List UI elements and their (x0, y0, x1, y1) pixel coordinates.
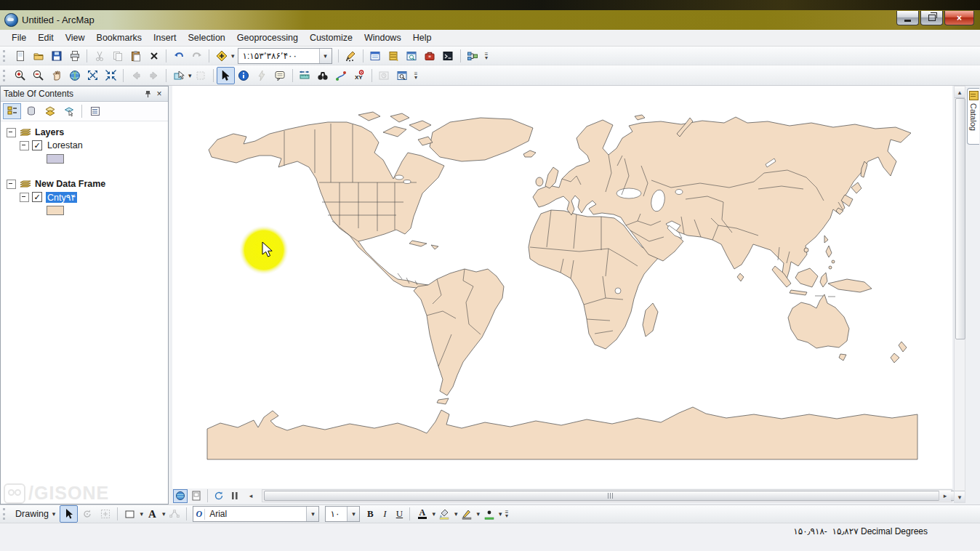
clear-selection-button[interactable] (192, 67, 210, 84)
back-extent-button[interactable] (126, 67, 145, 84)
list-by-drawing-order-button[interactable] (3, 103, 21, 119)
select-elements-button[interactable] (217, 67, 235, 84)
data-frame-name[interactable]: New Data Frame (35, 179, 105, 189)
editor-toolbar-button[interactable] (342, 47, 360, 65)
line-color-button[interactable] (458, 505, 476, 523)
zoom-to-selected-button[interactable] (96, 505, 114, 523)
data-frame-row[interactable]: Layers (1, 126, 168, 139)
zoom-in-button[interactable] (11, 67, 29, 84)
toolbar-grip[interactable] (3, 508, 7, 520)
scale-combobox[interactable]: ۱:۱۵۳٬۳۸۶٬۴۰۰ ▾ (238, 48, 332, 64)
time-slider-button[interactable] (375, 67, 393, 84)
redo-button[interactable] (188, 47, 206, 65)
underline-button[interactable]: U (392, 507, 406, 521)
forward-extent-button[interactable] (145, 67, 163, 84)
hyperlink-button[interactable] (253, 67, 271, 84)
vertical-scroll-thumb[interactable] (955, 98, 965, 339)
fixed-zoom-out-button[interactable] (102, 67, 120, 84)
toolbar-grip[interactable] (3, 70, 7, 81)
previous-extent-small-button[interactable]: ◂ (244, 489, 258, 503)
scale-value[interactable]: ۱:۱۵۳٬۳۸۶٬۴۰۰ (238, 51, 319, 61)
horizontal-scroll-thumb[interactable] (264, 491, 956, 501)
close-panel-button[interactable]: × (153, 89, 165, 100)
bold-button[interactable]: B (363, 507, 377, 521)
list-by-source-button[interactable] (22, 103, 40, 119)
cut-button[interactable] (90, 47, 108, 65)
copy-button[interactable] (108, 47, 126, 65)
scroll-up-arrow[interactable]: ▴ (955, 87, 965, 98)
find-button[interactable] (314, 67, 332, 84)
python-window-button[interactable] (439, 47, 457, 65)
font-name-value[interactable]: Arial (205, 509, 306, 519)
scale-dropdown[interactable]: ▾ (319, 49, 332, 63)
font-color-button[interactable]: A (413, 505, 431, 523)
delete-button[interactable] (145, 47, 163, 65)
full-extent-button[interactable] (65, 67, 84, 84)
viewer-window-button[interactable] (393, 67, 411, 84)
zoom-out-button[interactable] (29, 67, 47, 84)
undo-button[interactable] (169, 47, 188, 65)
refresh-view-button[interactable] (212, 489, 226, 503)
data-frame-name[interactable]: Layers (35, 127, 64, 137)
select-features-button[interactable] (169, 67, 188, 84)
menu-selection[interactable]: Selection (182, 31, 230, 44)
collapse-icon[interactable] (7, 128, 16, 137)
collapse-icon[interactable] (7, 180, 16, 189)
add-data-button[interactable] (212, 47, 230, 65)
rotate-element-button[interactable] (78, 505, 96, 523)
restore-button[interactable] (920, 11, 943, 25)
identify-button[interactable] (235, 67, 253, 84)
collapse-icon[interactable] (20, 141, 29, 150)
layer-name-selected[interactable]: Cnty۹۴ (46, 192, 77, 203)
menu-edit[interactable]: Edit (32, 31, 60, 44)
close-button[interactable]: × (944, 11, 974, 25)
menu-help[interactable]: Help (407, 31, 438, 44)
fill-color-button[interactable] (435, 505, 454, 523)
map-canvas[interactable] (172, 86, 952, 488)
layout-view-button[interactable] (189, 489, 204, 503)
scroll-down-arrow[interactable]: ▾ (955, 491, 965, 502)
layer-name[interactable]: Lorestan (46, 140, 84, 150)
find-route-button[interactable] (332, 67, 350, 84)
menu-bookmarks[interactable]: Bookmarks (91, 31, 148, 44)
font-dropdown[interactable]: ▾ (306, 507, 318, 521)
minimize-button[interactable] (896, 11, 919, 25)
layer-row[interactable]: ✓ Cnty۹۴ (1, 190, 168, 204)
fill-color-dropdown[interactable]: ▾ (454, 510, 458, 518)
font-combobox[interactable]: O Arial ▾ (193, 506, 319, 522)
search-window-button[interactable] (403, 47, 421, 65)
open-button[interactable] (29, 47, 47, 65)
text-tool-button[interactable]: A (143, 505, 161, 523)
scroll-right-arrow[interactable]: ▸ (939, 491, 951, 501)
layer-visibility-checkbox[interactable]: ✓ (32, 140, 42, 150)
menu-customize[interactable]: Customize (304, 31, 358, 44)
toc-window-button[interactable] (366, 47, 385, 65)
data-view-button[interactable] (173, 489, 188, 503)
layer-visibility-checkbox[interactable]: ✓ (32, 192, 42, 202)
list-by-selection-button[interactable] (60, 103, 78, 119)
toolbar-grip[interactable] (3, 50, 7, 62)
save-button[interactable] (47, 47, 65, 65)
fixed-zoom-in-button[interactable] (84, 67, 102, 84)
pan-button[interactable] (47, 67, 65, 84)
layer-row[interactable]: ✓ Lorestan (1, 139, 168, 152)
catalog-tab[interactable]: Catalog (967, 88, 979, 145)
modelbuilder-button[interactable] (464, 47, 482, 65)
font-size-combobox[interactable]: ۱۰ ▾ (325, 506, 360, 522)
layer-swatch[interactable] (47, 154, 64, 164)
font-size-value[interactable]: ۱۰ (326, 509, 347, 519)
italic-button[interactable]: I (377, 507, 392, 521)
go-to-xy-button[interactable]: XY (350, 67, 369, 84)
menu-geoprocessing[interactable]: Geoprocessing (231, 31, 304, 44)
drawing-menu-button[interactable]: Drawing ▾ (11, 507, 60, 520)
menu-file[interactable]: File (6, 31, 32, 44)
paste-button[interactable] (126, 47, 145, 65)
vertical-scrollbar[interactable]: ▴ ▾ (954, 86, 965, 503)
data-frame-row[interactable]: New Data Frame (1, 177, 168, 190)
menu-view[interactable]: View (60, 31, 91, 44)
toolbar-overflow-button[interactable]: ≡▾ (502, 506, 512, 522)
font-size-dropdown[interactable]: ▾ (347, 507, 359, 521)
pause-drawing-button[interactable] (228, 489, 242, 503)
pin-button[interactable] (142, 89, 153, 100)
catalog-window-button[interactable] (385, 47, 403, 65)
